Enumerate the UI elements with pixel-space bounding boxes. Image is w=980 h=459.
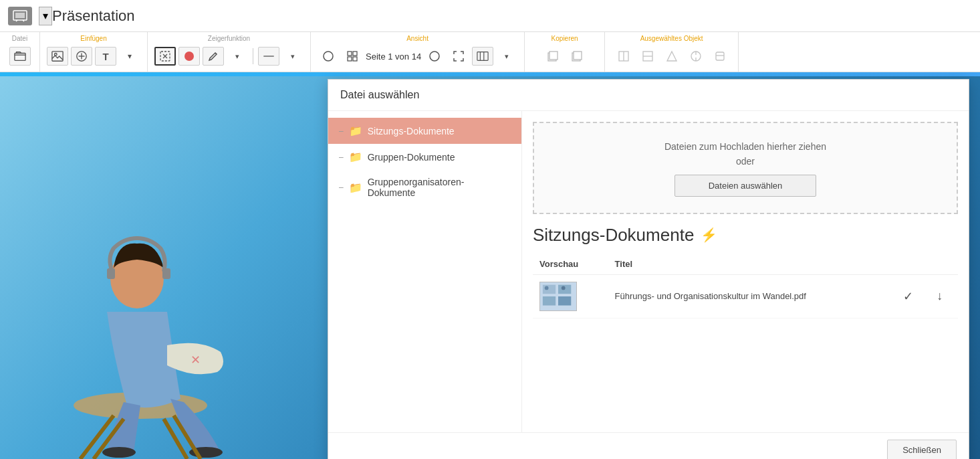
files-table: Vorschau Titel xyxy=(533,254,958,318)
check-icon: ✓ xyxy=(903,290,913,303)
dialog-footer: Schließen xyxy=(328,432,969,459)
svg-point-20 xyxy=(430,52,439,61)
col-check xyxy=(896,254,930,275)
pen-dropdown[interactable]: ▾ xyxy=(227,47,248,66)
slide-top-bar xyxy=(0,72,980,76)
dialog-sidebar: – 📁 Sitzungs-Dokumente – 📁 Gruppen-Dokum… xyxy=(328,111,522,432)
folder-icon-1: 📁 xyxy=(349,124,362,137)
folder-icon-3: 📁 xyxy=(349,181,362,194)
open-file-button[interactable] xyxy=(9,47,31,66)
upload-text2: oder xyxy=(736,156,755,167)
select-files-button[interactable]: Dateien auswählen xyxy=(675,175,817,197)
sidebar-label-sitzungs: Sitzungs-Dokumente xyxy=(368,126,455,136)
svg-point-55 xyxy=(562,286,566,290)
file-name-cell: Führungs- und Organisationskultur im Wan… xyxy=(608,274,896,318)
fullscreen-button[interactable] xyxy=(448,47,469,66)
toolbar-section-kopieren: Kopieren xyxy=(525,32,605,72)
toolbar-section-einfuegen: Einfügen T ▾ xyxy=(40,32,148,72)
title-dropdown[interactable]: ▾ xyxy=(39,7,52,25)
svg-rect-50 xyxy=(543,284,556,294)
main-area: ✕ Datei auswählen – 📁 Sitzungs-Do xyxy=(0,72,980,459)
section-label-zeiger: Zeigerfunktion xyxy=(208,35,250,42)
download-icon[interactable]: ↓ xyxy=(937,289,943,302)
pointer-button[interactable] xyxy=(154,47,176,66)
upload-text: Dateien zum Hochladen hierher ziehen ode… xyxy=(545,139,946,169)
file-thumbnail xyxy=(539,282,577,311)
obj2-button[interactable] xyxy=(637,47,658,66)
col-title: Titel xyxy=(608,254,896,275)
col-preview: Vorschau xyxy=(533,254,608,275)
toolbar-section-ausgewaehlt: Ausgewähltes Objekt xyxy=(605,32,739,72)
dialog-header: Datei auswählen xyxy=(328,80,969,111)
files-section: Sitzungs-Dokumente ⚡ Vorschau Titel xyxy=(533,225,958,422)
obj1-button[interactable] xyxy=(613,47,634,66)
sidebar-item-gruppen[interactable]: – 📁 Gruppen-Dokumente xyxy=(328,144,521,170)
file-dialog: Datei auswählen – 📁 Sitzungs-Dokumente –… xyxy=(328,79,969,459)
app-icon xyxy=(8,7,32,25)
nav-prev-button[interactable] xyxy=(318,47,339,66)
svg-point-43 xyxy=(102,447,136,458)
page-info-label: Seite 1 von 14 xyxy=(366,52,421,62)
person-illustration: ✕ xyxy=(20,124,328,459)
line-dropdown[interactable]: ▾ xyxy=(282,47,303,66)
svg-marker-32 xyxy=(667,52,677,61)
insert-image-button[interactable] xyxy=(47,47,68,66)
section-label-ansicht: Ansicht xyxy=(406,35,428,42)
insert-text-button[interactable]: T xyxy=(95,47,116,66)
dash-1: – xyxy=(339,126,344,136)
toolbar-section-datei: Datei xyxy=(0,32,40,72)
sidebar-label-org: Gruppenorganisatoren-Dokumente xyxy=(368,177,511,198)
svg-rect-52 xyxy=(543,296,556,306)
svg-rect-18 xyxy=(348,57,352,61)
copy1-button[interactable] xyxy=(542,47,564,66)
title-bar: ▾ Präsentation xyxy=(0,0,980,32)
obj4-button[interactable] xyxy=(685,47,707,66)
table-header-row: Vorschau Titel xyxy=(533,254,958,275)
toolbar-section-ansicht: Ansicht Seite 1 von 14 xyxy=(311,32,525,72)
separator-1 xyxy=(253,48,253,64)
file-check-cell: ✓ xyxy=(896,274,930,318)
record-button[interactable] xyxy=(178,47,200,66)
display-mode-button[interactable] xyxy=(472,47,493,66)
upload-area: Dateien zum Hochladen hierher ziehen ode… xyxy=(533,122,958,214)
file-download-cell[interactable]: ↓ xyxy=(930,274,958,318)
svg-rect-41 xyxy=(162,268,170,279)
pen-button[interactable] xyxy=(203,47,224,66)
svg-rect-36 xyxy=(716,52,724,60)
line-style-button[interactable] xyxy=(258,47,279,66)
sidebar-label-gruppen: Gruppen-Dokumente xyxy=(368,152,455,163)
grid-view-button[interactable] xyxy=(342,47,363,66)
copy2-button[interactable] xyxy=(566,47,588,66)
section-label-kopieren: Kopieren xyxy=(552,35,578,42)
sidebar-item-org[interactable]: – 📁 Gruppenorganisatoren-Dokumente xyxy=(328,170,521,205)
files-header: Sitzungs-Dokumente ⚡ xyxy=(533,225,958,246)
section-label-ausgewaehlt: Ausgewähltes Objekt xyxy=(640,35,703,42)
dash-3: – xyxy=(339,183,344,192)
obj3-button[interactable] xyxy=(661,47,683,66)
dialog-title: Datei auswählen xyxy=(340,89,419,100)
svg-point-54 xyxy=(545,286,549,290)
obj5-button[interactable] xyxy=(709,47,731,66)
section-label-einfuegen: Einfügen xyxy=(80,35,106,42)
toolbar-section-zeiger: Zeigerfunktion ▾ xyxy=(148,32,311,72)
insert-more-button[interactable]: ▾ xyxy=(119,47,140,66)
svg-rect-17 xyxy=(353,52,357,56)
dialog-content: Dateien zum Hochladen hierher ziehen ode… xyxy=(522,111,969,432)
svg-point-13 xyxy=(185,52,194,61)
svg-rect-6 xyxy=(52,52,63,61)
svg-point-15 xyxy=(324,52,333,61)
sidebar-item-sitzungs[interactable]: – 📁 Sitzungs-Dokumente xyxy=(328,118,521,144)
insert-circle-button[interactable] xyxy=(71,47,92,66)
upload-text1: Dateien zum Hochladen hierher ziehen xyxy=(664,141,826,152)
svg-rect-21 xyxy=(477,52,488,61)
close-button[interactable]: Schließen xyxy=(887,440,957,459)
folder-icon-2: 📁 xyxy=(349,151,362,163)
nav-next-button[interactable] xyxy=(424,47,445,66)
svg-rect-53 xyxy=(558,296,571,306)
dialog-body: – 📁 Sitzungs-Dokumente – 📁 Gruppen-Dokum… xyxy=(328,111,969,432)
svg-rect-25 xyxy=(549,52,558,60)
display-dropdown[interactable]: ▾ xyxy=(496,47,517,66)
svg-rect-27 xyxy=(574,52,582,60)
dash-2: – xyxy=(339,153,344,162)
toolbar: Datei Einfügen xyxy=(0,32,980,72)
